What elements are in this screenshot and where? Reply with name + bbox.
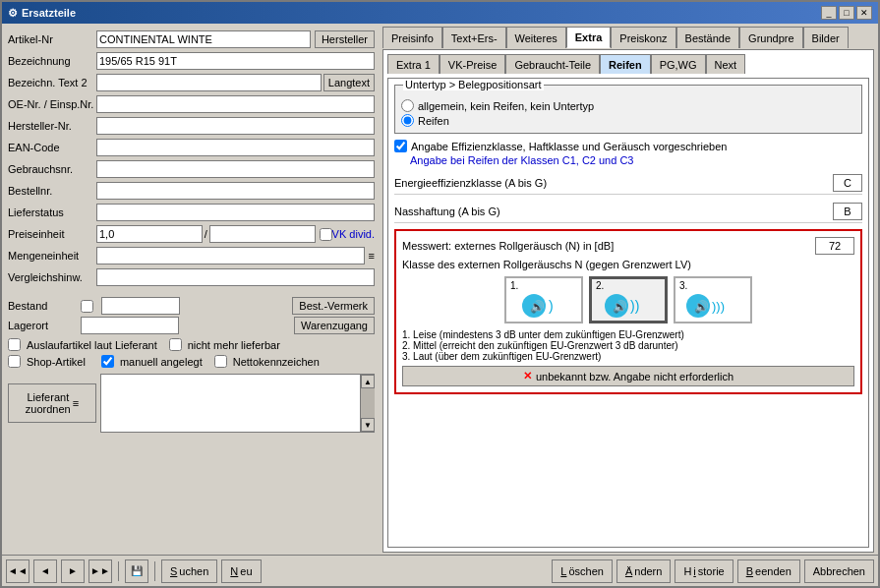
effizienz-checkbox[interactable] <box>394 140 407 152</box>
nav-last-button[interactable]: ►► <box>88 559 112 583</box>
tab-preisinfo[interactable]: Preisinfo <box>382 27 442 48</box>
sub-tab-next[interactable]: Next <box>706 54 746 74</box>
vk-divid-checkbox[interactable] <box>320 228 332 241</box>
tab-grundpre[interactable]: Grundpre <box>739 27 802 48</box>
lieferant-list <box>100 374 361 433</box>
loeschen-button[interactable]: Löschen <box>552 559 613 583</box>
lagerort-input[interactable] <box>81 317 179 334</box>
mengeneinheit-row: Mengeneinheit ≡ <box>8 246 375 265</box>
tab-panel: Extra 1 VK-Preise Gebraucht-Teile Reifen… <box>382 49 874 553</box>
lieferstatus-input[interactable] <box>96 204 375 221</box>
gebrauchsnr-input[interactable] <box>96 160 375 178</box>
noise-icon-3[interactable]: 3. 🔊 ))) <box>674 276 752 323</box>
hersteller-nr-row: Hersteller-Nr. <box>8 116 375 136</box>
historie-button[interactable]: Historie <box>675 559 733 583</box>
tab-preiskonz[interactable]: Preiskonz <box>611 27 675 48</box>
bestand-checkbox[interactable] <box>81 300 93 313</box>
nasshaftung-value[interactable]: B <box>833 203 862 220</box>
vergleichshinw-input[interactable] <box>96 268 375 286</box>
bestellnr-row: Bestellnr. <box>8 181 375 201</box>
abbrechen-button[interactable]: Abbrechen <box>804 559 874 583</box>
gebrauchsnr-row: Gebrauchsnr. <box>8 159 375 179</box>
preiseinheit-input[interactable] <box>96 225 203 243</box>
gebrauchsnr-label: Gebrauchsnr. <box>8 163 96 175</box>
scroll-down[interactable]: ▼ <box>361 418 375 432</box>
auslauf-checkbox[interactable] <box>8 338 21 351</box>
effizienz-checkbox-row: Angabe Effizienzklasse, Haftklasse und G… <box>394 140 862 152</box>
artikel-nr-input[interactable] <box>96 30 311 48</box>
lieferant-button[interactable]: Lieferant zuordnen ≡ <box>8 383 96 423</box>
preiseinheit-unit-input[interactable] <box>209 225 316 243</box>
sub-tab-vk-preise[interactable]: VK-Preise <box>440 54 506 74</box>
radio-reifen-row: Reifen <box>401 114 855 127</box>
aendern-label: ndern <box>634 565 662 577</box>
best-vermerk-button[interactable]: Best.-Vermerk <box>292 297 375 315</box>
save-button[interactable]: 💾 <box>125 559 148 583</box>
nasshaftung-row: Nasshaftung (A bis G) B <box>394 201 862 223</box>
red-x-icon: ✕ <box>523 370 532 382</box>
noise-section: Messwert: externes Rollgeräusch (N) in [… <box>394 229 862 394</box>
reifen-content: Untertyp > Belegpositionsart allgemein, … <box>387 78 869 548</box>
tab-bestaende[interactable]: Bestände <box>676 27 739 48</box>
energieklasse-label: Energieeffizienzklasse (A bis G) <box>394 177 547 189</box>
radio-reifen[interactable] <box>401 114 414 127</box>
radio-reifen-label: Reifen <box>418 115 449 127</box>
sub-tab-gebraucht[interactable]: Gebraucht-Teile <box>505 54 600 74</box>
neu-button[interactable]: Neu <box>221 559 261 583</box>
radio-allgemein[interactable] <box>401 99 414 112</box>
bezeichnung-label: Bezeichnung <box>8 55 96 67</box>
nav-next-button[interactable]: ► <box>61 559 85 583</box>
noise-icon-1[interactable]: 1. 🔊 ) <box>504 276 583 323</box>
mengeneinheit-icon: ≡ <box>369 250 375 262</box>
nav-first-button[interactable]: ◄◄ <box>6 559 29 583</box>
legend-2: 2. Mittel (erreicht den zukünftigen EU-G… <box>402 340 854 351</box>
close-button[interactable]: ✕ <box>856 6 872 20</box>
tab-weiteres[interactable]: Weiteres <box>506 27 566 48</box>
tab-bilder[interactable]: Bilder <box>803 27 849 48</box>
warenzugang-button[interactable]: Warenzugang <box>294 317 375 334</box>
shop-checkbox[interactable] <box>8 355 21 368</box>
scroll-up[interactable]: ▲ <box>361 375 375 388</box>
hersteller-button[interactable]: Hersteller <box>315 30 375 48</box>
ean-input[interactable] <box>96 139 375 156</box>
bestand-input[interactable] <box>101 297 180 315</box>
sub-tab-pgwg[interactable]: PG,WG <box>651 54 706 74</box>
energieklasse-row: Energieeffizienzklasse (A bis G) C <box>394 172 862 195</box>
sub-tab-reifen[interactable]: Reifen <box>600 54 651 74</box>
noise-title: Messwert: externes Rollgeräusch (N) in [… <box>402 240 614 252</box>
noise-unknown-button[interactable]: ✕ unbekannt bzw. Angabe nicht erforderli… <box>402 366 854 386</box>
mengeneinheit-input[interactable] <box>96 247 365 265</box>
suchen-button[interactable]: Suchen <box>161 559 217 583</box>
noise-icon-2[interactable]: 2. 🔊 )) <box>589 276 668 323</box>
lieferant-scrollbar[interactable]: ▲ ▼ <box>361 374 375 433</box>
nicht-mehr-checkbox[interactable] <box>169 338 182 351</box>
hersteller-nr-input[interactable] <box>96 117 375 135</box>
bezeichn-text2-input[interactable] <box>96 74 322 91</box>
maximize-button[interactable]: □ <box>839 6 854 20</box>
svg-text:)): )) <box>630 298 639 314</box>
energieklasse-value[interactable]: C <box>833 174 862 192</box>
sub-tab-extra1[interactable]: Extra 1 <box>387 54 440 74</box>
window-title: Ersatzteile <box>22 7 76 19</box>
minimize-button[interactable]: _ <box>821 6 837 20</box>
netto-checkbox[interactable] <box>214 355 227 368</box>
left-panel: Artikel-Nr Hersteller Bezeichnung Bezeic… <box>2 24 381 555</box>
mengeneinheit-label: Mengeneinheit <box>8 250 96 262</box>
bezeichnung-input[interactable] <box>96 52 375 70</box>
ean-row: EAN-Code <box>8 138 375 157</box>
nav-prev-button[interactable]: ◄ <box>33 559 57 583</box>
title-bar-left: ⚙ Ersatzteile <box>8 7 76 20</box>
untertyp-title: Untertyp > Belegpositionsart <box>403 79 544 90</box>
bestellnr-input[interactable] <box>96 182 375 200</box>
oe-nr-input[interactable] <box>96 95 375 113</box>
loeschen-label: öschen <box>568 565 603 577</box>
beenden-button[interactable]: Beenden <box>737 559 800 583</box>
aendern-button[interactable]: Ändern <box>616 559 671 583</box>
tab-text-ers[interactable]: Text+Ers- <box>442 27 506 48</box>
tab-extra[interactable]: Extra <box>566 27 612 48</box>
noise-icons-row: 1. 🔊 ) 2. <box>402 276 854 323</box>
langtext-button[interactable]: Langtext <box>323 74 375 91</box>
lagerort-row: Lagerort Warenzugang <box>8 317 375 334</box>
manuell-checkbox[interactable] <box>101 355 114 368</box>
noise-value-box[interactable]: 72 <box>815 237 854 255</box>
